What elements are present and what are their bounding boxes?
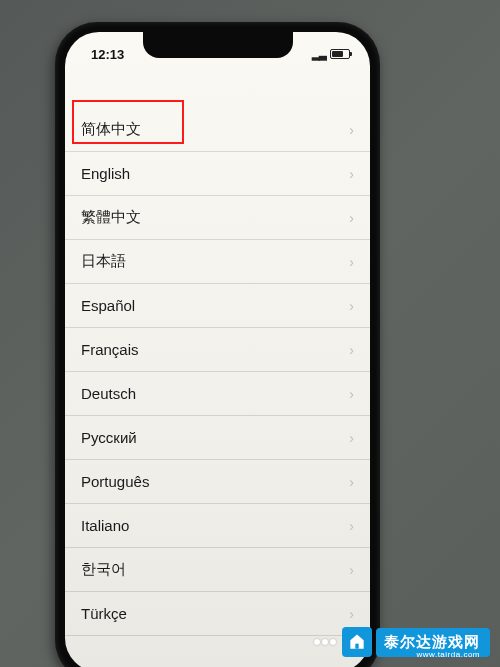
language-list: 简体中文 › English › 繁體中文 › 日本語 › Español <box>65 108 370 636</box>
phone-frame: 12:13 ▂▃ 简体中文 › English › 繁體中 <box>55 22 380 667</box>
phone-screen: 12:13 ▂▃ 简体中文 › English › 繁體中 <box>65 32 370 667</box>
language-row-russian[interactable]: Русский › <box>65 416 370 460</box>
chevron-right-icon: › <box>349 474 354 490</box>
watermark: 泰尔达游戏网 www.tairda.com <box>314 627 490 657</box>
status-time: 12:13 <box>91 47 124 62</box>
language-row-portuguese[interactable]: Português › <box>65 460 370 504</box>
language-label: Italiano <box>81 517 129 534</box>
watermark-dots-icon <box>314 639 336 645</box>
language-label: Español <box>81 297 135 314</box>
chevron-right-icon: › <box>349 254 354 270</box>
language-label: 日本語 <box>81 252 126 271</box>
chevron-right-icon: › <box>349 298 354 314</box>
language-row-italian[interactable]: Italiano › <box>65 504 370 548</box>
language-label: Português <box>81 473 149 490</box>
language-label: English <box>81 165 130 182</box>
language-row-korean[interactable]: 한국어 › <box>65 548 370 592</box>
chevron-right-icon: › <box>349 166 354 182</box>
chevron-right-icon: › <box>349 606 354 622</box>
battery-fill <box>332 51 343 57</box>
language-setup-content: 简体中文 › English › 繁體中文 › 日本語 › Español <box>65 68 370 636</box>
chevron-right-icon: › <box>349 386 354 402</box>
language-row-spanish[interactable]: Español › <box>65 284 370 328</box>
phone-notch <box>143 32 293 58</box>
language-row-english[interactable]: English › <box>65 152 370 196</box>
language-row-german[interactable]: Deutsch › <box>65 372 370 416</box>
watermark-logo-icon <box>342 627 372 657</box>
signal-icon: ▂▃ <box>312 49 326 60</box>
svg-rect-0 <box>355 644 358 649</box>
chevron-right-icon: › <box>349 562 354 578</box>
language-row-french[interactable]: Français › <box>65 328 370 372</box>
status-right: ▂▃ <box>312 49 350 60</box>
language-label: Русский <box>81 429 137 446</box>
watermark-url: www.tairda.com <box>417 650 480 659</box>
battery-icon <box>330 49 350 59</box>
language-label: Türkçe <box>81 605 127 622</box>
chevron-right-icon: › <box>349 518 354 534</box>
chevron-right-icon: › <box>349 210 354 226</box>
language-label: 繁體中文 <box>81 208 141 227</box>
language-row-japanese[interactable]: 日本語 › <box>65 240 370 284</box>
language-label: 한국어 <box>81 560 126 579</box>
language-label: Deutsch <box>81 385 136 402</box>
language-row-traditional-chinese[interactable]: 繁體中文 › <box>65 196 370 240</box>
annotation-highlight-box <box>72 100 184 144</box>
chevron-right-icon: › <box>349 342 354 358</box>
chevron-right-icon: › <box>349 122 354 138</box>
language-label: Français <box>81 341 139 358</box>
chevron-right-icon: › <box>349 430 354 446</box>
